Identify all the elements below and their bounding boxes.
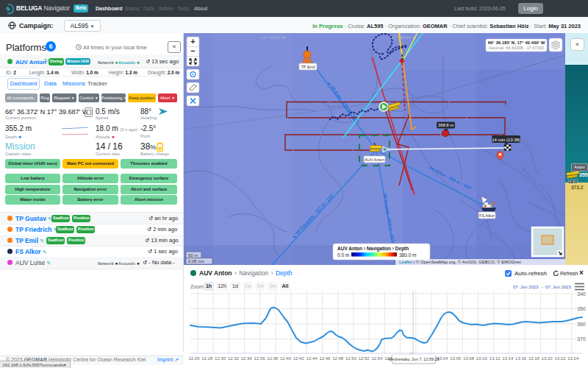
svg-text:368.8 m: 368.8 m (438, 123, 453, 127)
svg-text:17° 41.67 W: 17° 41.67 W (261, 35, 285, 40)
svg-text:+: + (190, 37, 195, 46)
svg-text:Decimal: 66.60308, -17.67333: Decimal: 66.60308, -17.67333 (489, 46, 544, 50)
svg-text:13:12: 13:12 (490, 356, 501, 361)
svg-text:360: 360 (577, 322, 586, 327)
svg-text:12:42: 12:42 (293, 356, 305, 361)
svg-text:340: 340 (577, 291, 586, 297)
svg-text:12:48: 12:48 (332, 356, 344, 361)
svg-text:0.0 m: 0.0 m (337, 252, 349, 258)
svg-text:350: 350 (577, 306, 586, 311)
svg-text:13:24: 13:24 (567, 356, 579, 361)
svg-text:12:26: 12:26 (188, 356, 200, 361)
svg-text:12:40: 12:40 (280, 356, 292, 361)
svg-text:13:10: 13:10 (476, 356, 488, 361)
svg-text:12:32: 12:32 (228, 356, 240, 361)
svg-text:13:20: 13:20 (542, 356, 553, 361)
svg-text:12:38: 12:38 (267, 356, 279, 361)
svg-text:13:16: 13:16 (515, 356, 527, 361)
svg-text:12:36: 12:36 (254, 356, 265, 361)
svg-text:50 m: 50 m (188, 253, 198, 258)
svg-text:12:44: 12:44 (306, 356, 318, 361)
svg-text:66° 36.185' N, 17° 40.400' W: 66° 36.185' N, 17° 40.400' W (488, 40, 545, 45)
svg-text:14 min (13:38): 14 min (13:38) (492, 138, 520, 142)
svg-text:13:22: 13:22 (554, 356, 566, 361)
svg-text:12:30: 12:30 (215, 356, 226, 361)
svg-text:12:52: 12:52 (359, 356, 370, 361)
svg-text:Wednesday, Jun 7, 12:59:25: Wednesday, Jun 7, 12:59:25 (388, 357, 440, 361)
svg-text:380.0 m: 380.0 m (399, 252, 417, 258)
svg-text:12:34: 12:34 (241, 356, 253, 361)
svg-text:17° 40.66 W: 17° 40.66 W (392, 35, 416, 40)
svg-text:12:50: 12:50 (345, 356, 357, 361)
svg-text:FS Alkor: FS Alkor (479, 213, 495, 218)
svg-text:13:14: 13:14 (502, 356, 514, 361)
svg-text:AUV Anton: AUV Anton (365, 158, 384, 162)
svg-text:13:06: 13:06 (450, 356, 462, 361)
svg-text:Leaflet | © OpenSeaMap.org, ©: Leaflet | © OpenSeaMap.org, © ArcGIS, GE… (399, 260, 521, 264)
svg-text:370: 370 (577, 336, 586, 342)
svg-text:13:18: 13:18 (528, 356, 540, 361)
svg-text:12:46: 12:46 (319, 356, 331, 361)
svg-text:12:54: 12:54 (371, 356, 383, 361)
svg-text:TP Emil: TP Emil (301, 65, 315, 69)
svg-text:12:28: 12:28 (201, 356, 213, 361)
svg-text:13:08: 13:08 (463, 356, 475, 361)
svg-text:AUV Anton › Navigation › Depth: AUV Anton › Navigation › Depth (337, 246, 409, 252)
svg-text:−: − (190, 46, 195, 55)
svg-text:0.05 nm: 0.05 nm (188, 259, 204, 263)
